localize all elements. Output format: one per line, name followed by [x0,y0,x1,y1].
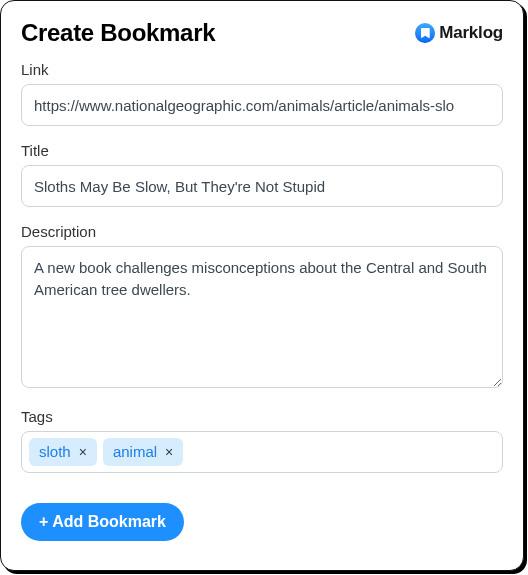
page-title: Create Bookmark [21,19,215,47]
description-field: Description A new book challenges miscon… [21,223,503,392]
brand: Marklog [415,23,503,43]
title-label: Title [21,142,503,159]
description-input[interactable]: A new book challenges misconceptions abo… [21,246,503,388]
description-label: Description [21,223,503,240]
link-input[interactable] [21,84,503,126]
tag-label: animal [113,443,157,461]
create-bookmark-card: Create Bookmark Marklog Link Title Descr… [0,0,524,571]
tags-field: Tags sloth × animal × [21,408,503,473]
title-input[interactable] [21,165,503,207]
add-bookmark-button[interactable]: + Add Bookmark [21,503,184,541]
brand-name: Marklog [439,23,503,43]
header: Create Bookmark Marklog [21,19,503,47]
tags-label: Tags [21,408,503,425]
tag-label: sloth [39,443,71,461]
remove-tag-icon[interactable]: × [163,445,175,459]
link-field: Link [21,61,503,126]
remove-tag-icon[interactable]: × [77,445,89,459]
tag-sloth[interactable]: sloth × [29,438,97,466]
tags-input[interactable]: sloth × animal × [21,431,503,473]
tag-animal[interactable]: animal × [103,438,183,466]
title-field: Title [21,142,503,207]
link-label: Link [21,61,503,78]
bookmark-logo-icon [415,23,435,43]
